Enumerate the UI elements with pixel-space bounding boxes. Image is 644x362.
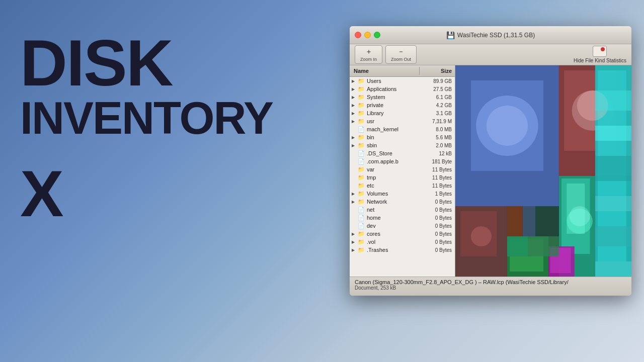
window-title: 💾 WasiTechie SSD (1,31.5 GB) (446, 31, 535, 39)
file-name-label: System (367, 94, 385, 100)
folder-icon: 📁 (358, 247, 365, 253)
folder-icon: 📁 (358, 110, 365, 117)
title-area: DISK INVENTORY X (20, 30, 342, 226)
table-row[interactable]: ▶📁Applications27.5 GB (350, 85, 455, 93)
expand-arrow-icon[interactable]: ▶ (352, 79, 357, 83)
table-row[interactable]: ▶📁usr7,31.9 M (350, 117, 455, 125)
table-row[interactable]: ▶📁.Trashes0 Bytes (350, 246, 455, 254)
minimize-button[interactable] (364, 32, 371, 38)
folder-icon: 📁 (358, 191, 365, 197)
expand-arrow-icon[interactable]: ▶ (352, 103, 357, 108)
file-name-label: Users (367, 78, 381, 84)
file-icon: 📄 (358, 126, 365, 133)
folder-icon: 📁 (358, 134, 365, 141)
file-name-label: var (367, 166, 374, 172)
file-row-name: ▶📁Users (350, 78, 420, 84)
file-size-label: 89.9 GB (420, 78, 455, 84)
file-size-label: 0 Bytes (420, 247, 455, 253)
file-name-label: private (367, 102, 383, 108)
treemap-area[interactable] (455, 65, 631, 277)
zoom-in-icon: ＋ (365, 47, 372, 56)
table-row[interactable]: ▶📁sbin2.0 MB (350, 141, 455, 149)
file-row-name: 📁var (350, 166, 420, 173)
window-title-icon: 💾 (446, 31, 455, 39)
file-name-label: tmp (367, 174, 376, 180)
table-row[interactable]: 📄dev0 Bytes (350, 222, 455, 230)
expand-arrow-icon[interactable]: ▶ (352, 95, 357, 100)
file-size-label: 6.1 GB (420, 95, 455, 100)
table-row[interactable]: 📄home0 Bytes (350, 214, 455, 222)
file-row-name: 📄.DS_Store (350, 150, 420, 157)
table-row[interactable]: 📁tmp11 Bytes (350, 173, 455, 182)
treemap-svg (455, 65, 631, 277)
file-size-label: 7,31.9 M (420, 119, 455, 124)
folder-icon: 📁 (358, 94, 365, 101)
expand-arrow-icon[interactable]: ▶ (352, 111, 357, 116)
expand-arrow-icon[interactable]: ▶ (352, 248, 357, 252)
status-filename: Canon (Sigma_120-300mm_F2.8_APO_EX_DG ) … (355, 279, 626, 285)
maximize-button[interactable] (374, 32, 380, 38)
table-row[interactable]: ▶📁Library3.1 GB (350, 109, 455, 117)
file-size-label: 4.2 GB (420, 103, 455, 108)
file-icon: 📄 (358, 207, 365, 213)
expand-arrow-icon[interactable]: ▶ (352, 135, 357, 140)
file-name-label: mach_kernel (367, 126, 398, 132)
file-size-label: 8.0 MB (420, 127, 455, 132)
expand-arrow-icon[interactable]: ▶ (352, 240, 357, 244)
table-row[interactable]: 📄mach_kernel8.0 MB (350, 125, 455, 133)
expand-arrow-icon[interactable]: ▶ (352, 200, 357, 204)
table-row[interactable]: ▶📁Network0 Bytes (350, 198, 455, 206)
file-rows-container: ▶📁Users89.9 GB▶📁Applications27.5 GB▶📁Sys… (350, 77, 455, 254)
folder-icon: 📁 (358, 199, 365, 205)
table-row[interactable]: 📄.com.apple.b181 Byte (350, 157, 455, 165)
folder-icon: 📁 (358, 239, 365, 245)
file-name-label: Library (367, 110, 384, 116)
table-row[interactable]: 📄.DS_Store12 kB (350, 149, 455, 157)
file-name-label: .com.apple.b (367, 158, 398, 164)
hide-stats-icon (593, 46, 607, 57)
table-row[interactable]: ▶📁cores0 Bytes (350, 230, 455, 238)
table-row[interactable]: ▶📁Volumes1 Bytes (350, 190, 455, 198)
folder-icon: 📁 (358, 142, 365, 149)
folder-icon: 📁 (358, 102, 365, 109)
svg-rect-25 (595, 156, 631, 181)
file-row-name: ▶📁.Trashes (350, 247, 420, 253)
table-row[interactable]: 📁etc11 Bytes (350, 182, 455, 190)
svg-rect-27 (595, 226, 631, 246)
table-row[interactable]: ▶📁.vol0 Bytes (350, 238, 455, 246)
expand-arrow-icon[interactable]: ▶ (352, 143, 357, 148)
col-name-header: Name (350, 67, 420, 75)
table-row[interactable]: ▶📁bin5.6 MB (350, 133, 455, 141)
table-row[interactable]: ▶📁private4.2 GB (350, 101, 455, 109)
hide-stats-label: Hide File Kind Statistics (574, 58, 626, 63)
file-row-name: ▶📁bin (350, 134, 420, 141)
file-size-label: 1 Bytes (420, 191, 455, 197)
svg-rect-30 (523, 206, 536, 236)
table-row[interactable]: ▶📁Users89.9 GB (350, 77, 455, 85)
file-list[interactable]: Name Size ▶📁Users89.9 GB▶📁Applications27… (350, 65, 455, 277)
app-window: 💾 WasiTechie SSD (1,31.5 GB) ＋ Zoom In －… (350, 26, 631, 296)
folder-icon: 📁 (358, 86, 365, 93)
folder-icon: 📁 (358, 78, 365, 84)
expand-arrow-icon[interactable]: ▶ (352, 232, 357, 236)
table-row[interactable]: ▶📁System6.1 GB (350, 93, 455, 101)
expand-arrow-icon[interactable]: ▶ (352, 87, 357, 92)
zoom-in-button[interactable]: ＋ Zoom In (355, 45, 382, 64)
expand-arrow-icon[interactable]: ▶ (352, 119, 357, 124)
hide-stats-button[interactable]: Hide File Kind Statistics (574, 46, 626, 63)
file-row-name: 📄net (350, 207, 420, 213)
content-area: Name Size ▶📁Users89.9 GB▶📁Applications27… (350, 65, 631, 277)
file-row-name: 📄home (350, 215, 420, 221)
file-size-label: 2.0 MB (420, 143, 455, 148)
expand-arrow-icon[interactable]: ▶ (352, 192, 357, 196)
file-icon: 📄 (358, 150, 365, 157)
zoom-out-button[interactable]: － Zoom Out (385, 45, 417, 64)
file-name-label: net (367, 207, 374, 213)
file-name-label: Network (367, 199, 387, 205)
col-size-header: Size (420, 67, 455, 75)
table-row[interactable]: 📄net0 Bytes (350, 206, 455, 214)
close-button[interactable] (355, 32, 361, 38)
file-name-label: home (367, 215, 381, 221)
file-size-label: 27.5 GB (420, 86, 455, 92)
table-row[interactable]: 📁var11 Bytes (350, 165, 455, 173)
